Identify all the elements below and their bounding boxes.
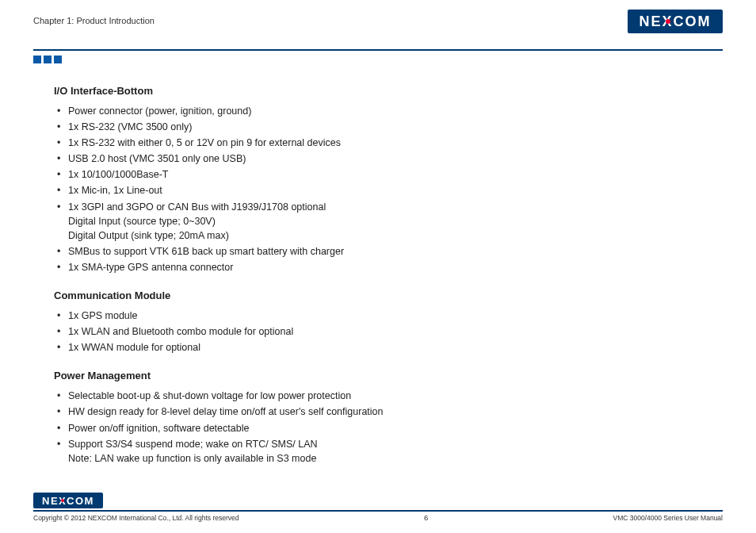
list-item-text: Support S3/S4 suspend mode; wake on RTC/… [68, 439, 318, 450]
section-heading: Communication Module [54, 289, 723, 304]
square-icon [54, 56, 62, 63]
brand-logo-bottom: NEXCOM [33, 493, 103, 508]
brand-left: NE [42, 495, 59, 507]
list-item-subtext: Digital Input (source type; 0~30V) [68, 214, 723, 228]
list-item-text: 1x SMA-type GPS antenna connector [68, 262, 233, 273]
brand-logo-top: NEXCOM [628, 10, 723, 33]
list-item: 1x 3GPI and 3GPO or CAN Bus with J1939/J… [57, 200, 723, 243]
page: Chapter 1: Product Introduction NEXCOM I… [0, 0, 756, 533]
list-item-text: 1x 10/100/1000Base-T [68, 169, 168, 180]
brand-x: X [59, 495, 67, 507]
list-item-text: Power connector (power, ignition, ground… [68, 105, 251, 117]
square-icon [33, 56, 41, 63]
brand-right: COM [674, 13, 712, 30]
list-item-subtext: Digital Output (sink type; 20mA max) [68, 228, 723, 243]
content-area: I/O Interface-Bottom Power connector (po… [33, 63, 723, 466]
list-item: Selectable boot-up & shut-down voltage f… [57, 389, 723, 403]
copyright-text: Copyright © 2012 NEXCOM International Co… [33, 514, 239, 522]
brand-logo-text: NEXCOM [42, 495, 94, 507]
manual-title: VMC 3000/4000 Series User Manual [613, 514, 723, 522]
list-item-text: 1x GPS module [68, 310, 138, 321]
list-item-text: 1x RS-232 (VMC 3500 only) [68, 121, 192, 132]
decorative-squares [33, 56, 723, 63]
brand-x: X [662, 13, 674, 30]
list-item: USB 2.0 host (VMC 3501 only one USB) [57, 151, 723, 166]
list-item: Power connector (power, ignition, ground… [57, 104, 723, 118]
section-heading: Power Management [54, 369, 723, 384]
brand-right: COM [67, 495, 94, 507]
spec-list: 1x GPS module 1x WLAN and Bluetooth comb… [54, 309, 723, 355]
section-power-management: Power Management Selectable boot-up & sh… [54, 369, 723, 465]
list-item: 1x 10/100/1000Base-T [57, 167, 723, 182]
list-item: SMBus to support VTK 61B back up smart b… [57, 244, 723, 259]
list-item-text: 1x WWAN module for optional [68, 342, 200, 353]
page-header: Chapter 1: Product Introduction NEXCOM [33, 14, 723, 44]
square-icon [44, 56, 52, 63]
page-number: 6 [424, 513, 428, 522]
section-communication-module: Communication Module 1x GPS module 1x WL… [54, 289, 723, 355]
list-item: 1x RS-232 with either 0, 5 or 12V on pin… [57, 136, 723, 150]
section-heading: I/O Interface-Bottom [54, 84, 723, 99]
list-item: 1x Mic-in, 1x Line-out [57, 183, 723, 197]
list-item-text: 1x RS-232 with either 0, 5 or 12V on pin… [68, 137, 341, 148]
list-item-text: Selectable boot-up & shut-down voltage f… [68, 390, 351, 401]
list-item-text: 1x WLAN and Bluetooth combo module for o… [68, 326, 293, 337]
list-item-text: 1x Mic-in, 1x Line-out [68, 185, 162, 196]
section-io-interface: I/O Interface-Bottom Power connector (po… [54, 84, 723, 274]
list-item-text: Power on/off ignition, software detectab… [68, 423, 249, 434]
brand-left: NE [639, 13, 662, 30]
brand-logo-text: NEXCOM [639, 13, 711, 30]
list-item: HW design ready for 8-level delay time o… [57, 405, 723, 419]
list-item-subtext: Note: LAN wake up function is only avail… [68, 451, 723, 466]
chapter-title: Chapter 1: Product Introduction [33, 14, 723, 25]
spec-list: Selectable boot-up & shut-down voltage f… [54, 389, 723, 466]
list-item: Power on/off ignition, software detectab… [57, 421, 723, 435]
list-item: 1x GPS module [57, 309, 723, 323]
list-item: 1x SMA-type GPS antenna connector [57, 260, 723, 274]
page-footer: NEXCOM Copyright © 2012 NEXCOM Internati… [33, 493, 723, 522]
footer-row: Copyright © 2012 NEXCOM International Co… [33, 513, 723, 522]
list-item: 1x RS-232 (VMC 3500 only) [57, 120, 723, 134]
list-item: 1x WWAN module for optional [57, 340, 723, 355]
list-item: 1x WLAN and Bluetooth combo module for o… [57, 324, 723, 339]
list-item-text: SMBus to support VTK 61B back up smart b… [68, 246, 344, 257]
list-item-text: 1x 3GPI and 3GPO or CAN Bus with J1939/J… [68, 201, 326, 213]
footer-rule [33, 510, 723, 512]
list-item-text: HW design ready for 8-level delay time o… [68, 406, 384, 417]
list-item-text: USB 2.0 host (VMC 3501 only one USB) [68, 153, 246, 164]
list-item: Support S3/S4 suspend mode; wake on RTC/… [57, 437, 723, 466]
header-rule [33, 49, 723, 51]
spec-list: Power connector (power, ignition, ground… [54, 104, 723, 274]
